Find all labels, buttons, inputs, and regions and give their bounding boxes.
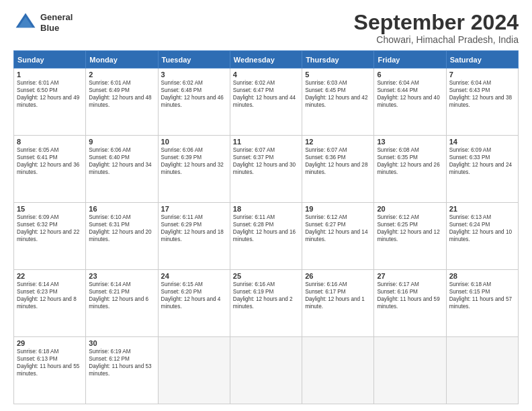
calendar-cell: 9Sunrise: 6:06 AM Sunset: 6:40 PM Daylig… [86, 136, 158, 203]
calendar-cell: 24Sunrise: 6:15 AM Sunset: 6:20 PM Dayli… [158, 270, 230, 337]
calendar-cell [446, 337, 518, 404]
calendar-cell: 10Sunrise: 6:06 AM Sunset: 6:39 PM Dayli… [158, 136, 230, 203]
logo: General Blue [13, 11, 73, 35]
calendar-cell: 8Sunrise: 6:05 AM Sunset: 6:41 PM Daylig… [14, 136, 86, 203]
cell-info: Sunrise: 6:01 AM Sunset: 6:49 PM Dayligh… [89, 79, 154, 109]
header: General Blue September 2024 Chowari, Him… [13, 11, 519, 45]
cell-info: Sunrise: 6:02 AM Sunset: 6:47 PM Dayligh… [233, 79, 299, 109]
calendar-week-row: 22Sunrise: 6:14 AM Sunset: 6:23 PM Dayli… [14, 270, 519, 337]
calendar-cell: 13Sunrise: 6:08 AM Sunset: 6:35 PM Dayli… [374, 136, 446, 203]
calendar-cell: 25Sunrise: 6:16 AM Sunset: 6:19 PM Dayli… [230, 270, 302, 337]
day-number: 16 [89, 205, 154, 213]
cell-info: Sunrise: 6:11 AM Sunset: 6:28 PM Dayligh… [233, 214, 299, 243]
day-number: 3 [161, 71, 227, 79]
day-number: 13 [377, 138, 443, 146]
cell-info: Sunrise: 6:18 AM Sunset: 6:13 PM Dayligh… [17, 348, 83, 377]
calendar-cell: 26Sunrise: 6:16 AM Sunset: 6:17 PM Dayli… [302, 270, 374, 337]
calendar-cell: 30Sunrise: 6:19 AM Sunset: 6:12 PM Dayli… [86, 337, 158, 404]
weekday-header: Saturday [446, 51, 518, 68]
weekday-header: Friday [374, 51, 446, 68]
day-number: 11 [233, 138, 299, 146]
day-number: 9 [89, 138, 154, 146]
cell-info: Sunrise: 6:10 AM Sunset: 6:31 PM Dayligh… [89, 214, 154, 243]
cell-info: Sunrise: 6:06 AM Sunset: 6:40 PM Dayligh… [89, 146, 154, 176]
weekday-header: Tuesday [158, 51, 230, 68]
day-number: 2 [89, 71, 154, 79]
day-number: 1 [17, 71, 83, 79]
day-number: 23 [89, 272, 154, 280]
cell-info: Sunrise: 6:02 AM Sunset: 6:48 PM Dayligh… [161, 79, 227, 109]
cell-info: Sunrise: 6:07 AM Sunset: 6:37 PM Dayligh… [233, 146, 299, 176]
cell-info: Sunrise: 6:19 AM Sunset: 6:12 PM Dayligh… [89, 348, 154, 377]
cell-info: Sunrise: 6:16 AM Sunset: 6:17 PM Dayligh… [305, 281, 371, 310]
calendar-cell: 3Sunrise: 6:02 AM Sunset: 6:48 PM Daylig… [158, 68, 230, 136]
day-number: 22 [17, 272, 83, 280]
calendar-week-row: 1Sunrise: 6:01 AM Sunset: 6:50 PM Daylig… [14, 68, 519, 136]
calendar-cell: 7Sunrise: 6:04 AM Sunset: 6:43 PM Daylig… [446, 68, 518, 136]
calendar-cell [374, 337, 446, 404]
calendar-cell: 14Sunrise: 6:09 AM Sunset: 6:33 PM Dayli… [446, 136, 518, 203]
cell-info: Sunrise: 6:11 AM Sunset: 6:29 PM Dayligh… [161, 214, 227, 243]
calendar-week-row: 8Sunrise: 6:05 AM Sunset: 6:41 PM Daylig… [14, 136, 519, 203]
calendar-week-row: 15Sunrise: 6:09 AM Sunset: 6:32 PM Dayli… [14, 203, 519, 270]
cell-info: Sunrise: 6:01 AM Sunset: 6:50 PM Dayligh… [17, 79, 83, 109]
cell-info: Sunrise: 6:04 AM Sunset: 6:44 PM Dayligh… [377, 79, 443, 109]
calendar-table: SundayMondayTuesdayWednesdayThursdayFrid… [13, 50, 519, 404]
calendar-week-row: 29Sunrise: 6:18 AM Sunset: 6:13 PM Dayli… [14, 337, 519, 404]
calendar-cell: 29Sunrise: 6:18 AM Sunset: 6:13 PM Dayli… [14, 337, 86, 404]
weekday-header: Wednesday [230, 51, 302, 68]
calendar-cell: 28Sunrise: 6:18 AM Sunset: 6:15 PM Dayli… [446, 270, 518, 337]
cell-info: Sunrise: 6:09 AM Sunset: 6:32 PM Dayligh… [17, 214, 83, 243]
cell-info: Sunrise: 6:12 AM Sunset: 6:25 PM Dayligh… [377, 214, 443, 243]
day-number: 25 [233, 272, 299, 280]
day-number: 21 [449, 205, 515, 213]
cell-info: Sunrise: 6:03 AM Sunset: 6:45 PM Dayligh… [305, 79, 371, 109]
day-number: 27 [377, 272, 443, 280]
calendar-cell [158, 337, 230, 404]
calendar-cell: 6Sunrise: 6:04 AM Sunset: 6:44 PM Daylig… [374, 68, 446, 136]
cell-info: Sunrise: 6:14 AM Sunset: 6:21 PM Dayligh… [89, 281, 154, 310]
logo-icon [13, 11, 38, 35]
location: Chowari, Himachal Pradesh, India [354, 34, 519, 45]
cell-info: Sunrise: 6:08 AM Sunset: 6:35 PM Dayligh… [377, 146, 443, 176]
cell-info: Sunrise: 6:17 AM Sunset: 6:16 PM Dayligh… [377, 281, 443, 310]
calendar-cell: 19Sunrise: 6:12 AM Sunset: 6:27 PM Dayli… [302, 203, 374, 270]
calendar-cell: 11Sunrise: 6:07 AM Sunset: 6:37 PM Dayli… [230, 136, 302, 203]
day-number: 29 [17, 339, 83, 347]
calendar-cell: 21Sunrise: 6:13 AM Sunset: 6:24 PM Dayli… [446, 203, 518, 270]
day-number: 4 [233, 71, 299, 79]
page: General Blue September 2024 Chowari, Him… [0, 0, 532, 411]
day-number: 10 [161, 138, 227, 146]
weekday-header-row: SundayMondayTuesdayWednesdayThursdayFrid… [14, 51, 519, 68]
calendar-cell [230, 337, 302, 404]
day-number: 6 [377, 71, 443, 79]
day-number: 15 [17, 205, 83, 213]
day-number: 28 [449, 272, 515, 280]
calendar-cell: 2Sunrise: 6:01 AM Sunset: 6:49 PM Daylig… [86, 68, 158, 136]
cell-info: Sunrise: 6:06 AM Sunset: 6:39 PM Dayligh… [161, 146, 227, 176]
calendar-cell: 17Sunrise: 6:11 AM Sunset: 6:29 PM Dayli… [158, 203, 230, 270]
calendar-cell: 20Sunrise: 6:12 AM Sunset: 6:25 PM Dayli… [374, 203, 446, 270]
day-number: 17 [161, 205, 227, 213]
day-number: 30 [89, 339, 154, 347]
day-number: 14 [449, 138, 515, 146]
cell-info: Sunrise: 6:07 AM Sunset: 6:36 PM Dayligh… [305, 146, 371, 176]
cell-info: Sunrise: 6:12 AM Sunset: 6:27 PM Dayligh… [305, 214, 371, 243]
day-number: 26 [305, 272, 371, 280]
weekday-header: Thursday [302, 51, 374, 68]
title-area: September 2024 Chowari, Himachal Pradesh… [354, 11, 519, 45]
day-number: 5 [305, 71, 371, 79]
day-number: 19 [305, 205, 371, 213]
calendar-cell: 15Sunrise: 6:09 AM Sunset: 6:32 PM Dayli… [14, 203, 86, 270]
calendar-cell: 4Sunrise: 6:02 AM Sunset: 6:47 PM Daylig… [230, 68, 302, 136]
calendar-cell [302, 337, 374, 404]
calendar-cell: 22Sunrise: 6:14 AM Sunset: 6:23 PM Dayli… [14, 270, 86, 337]
day-number: 8 [17, 138, 83, 146]
cell-info: Sunrise: 6:18 AM Sunset: 6:15 PM Dayligh… [449, 281, 515, 310]
day-number: 18 [233, 205, 299, 213]
calendar-cell: 18Sunrise: 6:11 AM Sunset: 6:28 PM Dayli… [230, 203, 302, 270]
calendar-cell: 12Sunrise: 6:07 AM Sunset: 6:36 PM Dayli… [302, 136, 374, 203]
cell-info: Sunrise: 6:09 AM Sunset: 6:33 PM Dayligh… [449, 146, 515, 176]
cell-info: Sunrise: 6:15 AM Sunset: 6:20 PM Dayligh… [161, 281, 227, 310]
cell-info: Sunrise: 6:14 AM Sunset: 6:23 PM Dayligh… [17, 281, 83, 310]
